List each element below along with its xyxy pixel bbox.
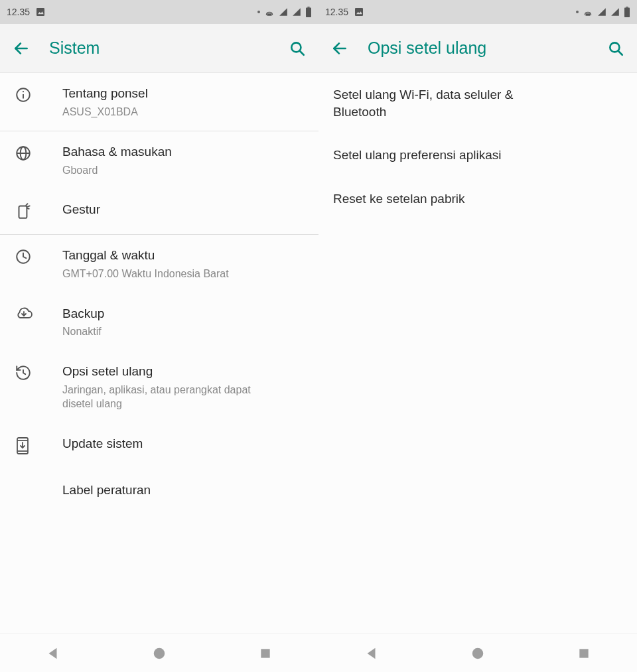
signal-icon bbox=[610, 7, 620, 17]
restore-icon bbox=[15, 364, 32, 384]
svg-marker-28 bbox=[611, 8, 619, 16]
svg-rect-30 bbox=[626, 7, 628, 8]
list-item-about-phone[interactable]: Tentang ponsel ASUS_X01BDA bbox=[0, 73, 318, 131]
svg-rect-16 bbox=[19, 206, 27, 218]
list-item-subtitle: Jaringan, aplikasi, atau perangkat dapat… bbox=[62, 383, 281, 411]
app-header: Opsi setel ulang bbox=[318, 24, 637, 73]
svg-rect-0 bbox=[36, 8, 44, 16]
signal-icon bbox=[292, 7, 301, 17]
nav-back-button[interactable] bbox=[1, 646, 106, 661]
list-item-reset-app-prefs[interactable]: Setel ulang preferensi aplikasi bbox=[318, 133, 637, 177]
list-item-title: Setel ulang preferensi aplikasi bbox=[333, 147, 622, 164]
search-button[interactable] bbox=[288, 39, 307, 58]
navigation-bar bbox=[318, 634, 637, 672]
svg-point-35 bbox=[472, 647, 484, 659]
nav-recent-button[interactable] bbox=[213, 647, 318, 660]
svg-rect-24 bbox=[355, 8, 363, 16]
settings-list: Tentang ponsel ASUS_X01BDA Bahasa & masu… bbox=[0, 73, 318, 634]
svg-rect-29 bbox=[624, 8, 630, 17]
battery-icon bbox=[305, 7, 312, 17]
dot-icon bbox=[257, 11, 260, 13]
nav-home-button[interactable] bbox=[107, 646, 212, 661]
svg-point-12 bbox=[23, 91, 24, 92]
nav-recent-button[interactable] bbox=[531, 647, 636, 660]
svg-line-33 bbox=[618, 50, 622, 54]
app-header: Sistem bbox=[0, 24, 318, 73]
list-item-subtitle: GMT+07.00 Waktu Indonesia Barat bbox=[62, 267, 307, 281]
clock-icon bbox=[15, 248, 32, 268]
svg-point-22 bbox=[154, 647, 165, 659]
gallery-icon bbox=[354, 7, 364, 17]
navigation-bar bbox=[0, 634, 318, 672]
volte-icon bbox=[583, 7, 593, 17]
info-icon bbox=[15, 86, 32, 106]
back-button[interactable] bbox=[12, 39, 31, 58]
list-item-reset-network[interactable]: Setel ulang Wi-Fi, data seluler & Blueto… bbox=[318, 73, 637, 133]
list-item-reset-options[interactable]: Opsi setel ulang Jaringan, aplikasi, ata… bbox=[0, 351, 318, 423]
list-item-factory-reset[interactable]: Reset ke setelan pabrik bbox=[318, 177, 637, 221]
list-item-backup[interactable]: Backup Nonaktif bbox=[0, 293, 318, 351]
nav-home-button[interactable] bbox=[425, 646, 530, 661]
signal-icon bbox=[597, 7, 606, 17]
status-time: 12.35 bbox=[7, 7, 30, 17]
nav-back-button[interactable] bbox=[319, 646, 424, 661]
list-item-title: Update sistem bbox=[62, 435, 307, 452]
list-item-title: Reset ke setelan pabrik bbox=[333, 190, 622, 208]
status-time: 12.35 bbox=[325, 7, 348, 17]
list-item-system-update[interactable]: Update sistem bbox=[0, 423, 318, 470]
page-title: Opsi setel ulang bbox=[368, 38, 606, 58]
status-bar: 12.35 bbox=[0, 0, 318, 24]
svg-rect-5 bbox=[306, 8, 311, 17]
list-item-title: Tanggal & waktu bbox=[62, 247, 307, 264]
svg-marker-3 bbox=[279, 8, 287, 16]
page-title: Sistem bbox=[49, 38, 288, 58]
cloud-download-icon bbox=[15, 306, 33, 324]
svg-line-9 bbox=[299, 50, 303, 54]
globe-icon bbox=[15, 145, 32, 165]
system-update-icon bbox=[15, 437, 31, 458]
list-item-language[interactable]: Bahasa & masukan Gboard bbox=[0, 131, 318, 189]
list-item-subtitle: ASUS_X01BDA bbox=[62, 105, 307, 119]
battery-icon bbox=[624, 7, 630, 17]
svg-rect-26 bbox=[586, 13, 591, 16]
signal-icon bbox=[279, 7, 288, 17]
svg-marker-4 bbox=[293, 8, 301, 16]
volte-icon bbox=[264, 7, 275, 17]
list-item-gesture[interactable]: Gestur bbox=[0, 189, 318, 234]
svg-marker-21 bbox=[49, 647, 57, 659]
svg-marker-27 bbox=[598, 8, 606, 16]
reset-options-list: Setel ulang Wi-Fi, data seluler & Blueto… bbox=[318, 73, 637, 634]
list-item-subtitle: Nonaktif bbox=[62, 324, 307, 339]
list-item-regulatory-label[interactable]: Label peraturan bbox=[0, 470, 318, 511]
list-item-date-time[interactable]: Tanggal & waktu GMT+07.00 Waktu Indonesi… bbox=[0, 235, 318, 293]
svg-rect-2 bbox=[267, 13, 272, 16]
search-button[interactable] bbox=[606, 39, 625, 58]
svg-marker-34 bbox=[368, 647, 376, 659]
dot-icon bbox=[576, 11, 579, 13]
svg-rect-36 bbox=[579, 649, 588, 657]
gesture-icon bbox=[15, 202, 32, 222]
list-item-title: Setel ulang Wi-Fi, data seluler & Blueto… bbox=[333, 86, 545, 120]
gallery-icon bbox=[35, 7, 46, 17]
svg-rect-6 bbox=[307, 7, 309, 8]
back-button[interactable] bbox=[330, 39, 349, 58]
list-item-title: Opsi setel ulang bbox=[62, 363, 307, 380]
list-item-title: Bahasa & masukan bbox=[62, 143, 307, 161]
list-item-title: Label peraturan bbox=[62, 482, 307, 499]
list-item-subtitle: Gboard bbox=[62, 163, 307, 178]
list-item-title: Tentang ponsel bbox=[62, 85, 307, 102]
svg-rect-23 bbox=[261, 649, 269, 657]
list-item-title: Gestur bbox=[62, 201, 307, 218]
list-item-title: Backup bbox=[62, 305, 307, 322]
status-bar: 12.35 bbox=[318, 0, 637, 24]
